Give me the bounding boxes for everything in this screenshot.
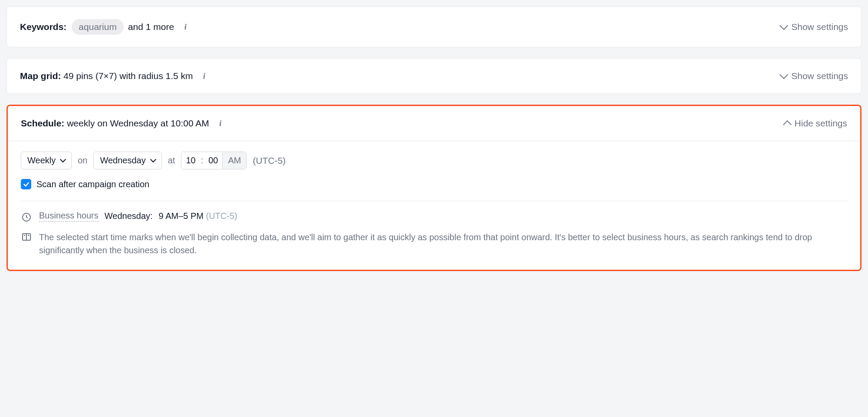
business-hours-line: Business hours Wednesday: 9 AM–5 PM (UTC… — [39, 211, 237, 222]
info-icon[interactable]: i — [200, 72, 209, 81]
info-icon[interactable]: i — [216, 119, 225, 128]
keywords-more: and 1 more — [128, 22, 174, 32]
schedule-controls-row: Weekly on Wednesday at 10 : 00 AM (UTC-5… — [21, 152, 847, 169]
scan-after-row: Scan after campaign creation — [21, 179, 847, 189]
frequency-value: Weekly — [27, 156, 56, 165]
connector-at: at — [168, 156, 175, 165]
mapgrid-toggle[interactable]: Show settings — [781, 71, 848, 81]
day-value: Wednesday — [100, 156, 145, 165]
note-text: The selected start time marks when we'll… — [39, 231, 847, 257]
schedule-card: Schedule: weekly on Wednesday at 10:00 A… — [7, 105, 861, 271]
business-hours-tz: (UTC-5) — [206, 211, 237, 221]
keywords-card: Keywords: aquarium and 1 more i Show set… — [7, 7, 861, 47]
frequency-select[interactable]: Weekly — [21, 152, 72, 169]
schedule-body: Weekly on Wednesday at 10 : 00 AM (UTC-5… — [8, 141, 860, 270]
time-colon: : — [200, 152, 204, 169]
scan-after-checkbox[interactable] — [21, 179, 31, 189]
chevron-down-icon — [60, 156, 66, 162]
keywords-header: Keywords: aquarium and 1 more i Show set… — [7, 7, 861, 47]
clock-icon — [21, 212, 32, 223]
schedule-title-wrap: Schedule: weekly on Wednesday at 10:00 A… — [21, 118, 209, 129]
keywords-toggle[interactable]: Show settings — [781, 22, 848, 32]
mapgrid-label: Map grid: — [20, 71, 61, 81]
chevron-down-icon — [779, 70, 788, 79]
mapgrid-header: Map grid: 49 pins (7×7) with radius 1.5 … — [7, 59, 861, 93]
keyword-chip[interactable]: aquarium — [72, 19, 124, 35]
day-select[interactable]: Wednesday — [93, 152, 161, 169]
business-hours-label[interactable]: Business hours — [39, 211, 99, 222]
business-hours-range: 9 AM–5 PM — [159, 211, 204, 221]
info-icon[interactable]: i — [181, 23, 190, 32]
note-row: The selected start time marks when we'll… — [21, 231, 847, 257]
chevron-down-icon — [779, 21, 788, 30]
schedule-label: Schedule: — [21, 118, 64, 128]
business-hours-row: Business hours Wednesday: 9 AM–5 PM (UTC… — [21, 211, 847, 223]
mapgrid-card: Map grid: 49 pins (7×7) with radius 1.5 … — [7, 58, 861, 94]
minute-value[interactable]: 00 — [204, 152, 222, 169]
ampm-toggle[interactable]: AM — [222, 152, 246, 169]
schedule-toggle[interactable]: Hide settings — [784, 118, 847, 129]
business-hours-wrap: 9 AM–5 PM (UTC-5) — [159, 211, 237, 221]
keywords-chip-wrap: aquarium and 1 more — [72, 19, 174, 35]
divider — [21, 201, 847, 201]
scan-after-label: Scan after campaign creation — [36, 179, 149, 189]
keywords-toggle-label: Show settings — [791, 22, 848, 32]
check-icon — [23, 181, 30, 188]
chevron-up-icon — [783, 120, 792, 129]
schedule-toggle-label: Hide settings — [795, 118, 847, 129]
connector-on: on — [78, 156, 87, 165]
mapgrid-toggle-label: Show settings — [791, 71, 848, 81]
timezone-label: (UTC-5) — [253, 156, 286, 166]
mapgrid-summary: 49 pins (7×7) with radius 1.5 km — [63, 71, 193, 81]
chevron-down-icon — [150, 156, 156, 162]
schedule-summary: weekly on Wednesday at 10:00 AM — [67, 118, 209, 128]
book-icon — [21, 232, 32, 243]
hour-value[interactable]: 10 — [181, 152, 200, 169]
time-input[interactable]: 10 : 00 AM — [181, 152, 247, 169]
mapgrid-title-wrap: Map grid: 49 pins (7×7) with radius 1.5 … — [20, 71, 193, 81]
business-hours-day: Wednesday: — [105, 211, 153, 221]
keywords-label: Keywords: — [20, 22, 66, 32]
schedule-header: Schedule: weekly on Wednesday at 10:00 A… — [8, 106, 860, 141]
